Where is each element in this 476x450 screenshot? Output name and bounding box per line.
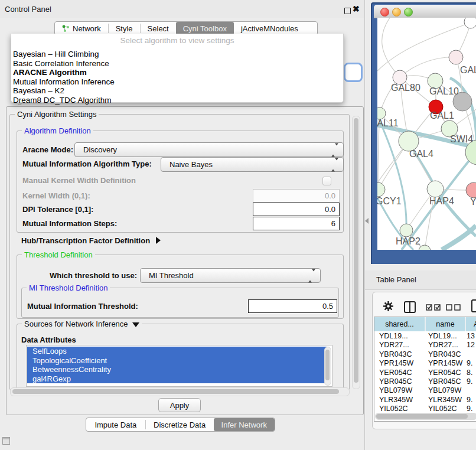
tab-impute-data[interactable]: Impute Data xyxy=(86,418,145,431)
node-hap4[interactable] xyxy=(427,181,444,197)
table-row[interactable]: YER054C YER054C 8. xyxy=(374,369,476,377)
partial-toolbar-icon[interactable] xyxy=(471,299,476,312)
table-horizontal-scrollbar[interactable] xyxy=(375,413,476,420)
window-zoom-icon[interactable] xyxy=(404,8,413,17)
algorithm-option[interactable]: Basic Correlation Inference xyxy=(11,59,344,69)
table-cell[interactable]: YLR345W xyxy=(379,396,425,405)
window-close-icon[interactable] xyxy=(380,8,389,17)
algorithm-option[interactable]: Dream8 DC_TDC Algorithm xyxy=(11,96,344,105)
table-cell[interactable]: 9. xyxy=(467,377,476,386)
table-row[interactable]: YBR045C YBR045C 9. xyxy=(374,377,476,386)
dpi-tolerance-field[interactable]: 0.0 xyxy=(253,203,340,216)
table-cell[interactable]: 9. xyxy=(467,396,476,405)
table-cell[interactable]: YDL19... xyxy=(379,332,425,341)
columns-icon[interactable] xyxy=(404,301,416,313)
table-cell[interactable]: YBR043C xyxy=(428,350,465,359)
table-cell[interactable]: YER054C xyxy=(379,369,425,377)
node-gcy1[interactable] xyxy=(377,182,385,197)
settings-vertical-scrollbar[interactable] xyxy=(352,116,360,389)
tab-select[interactable]: Select xyxy=(141,22,176,35)
manual-kernel-label: Manual Kernel Width Definition xyxy=(22,176,136,185)
node-hap2[interactable] xyxy=(400,224,413,237)
column-header-name[interactable]: name xyxy=(426,317,466,331)
table-cell[interactable]: YLR345W xyxy=(428,396,465,405)
node-gal11[interactable] xyxy=(377,107,386,119)
network-window-titlebar[interactable] xyxy=(374,5,476,18)
table-cell[interactable] xyxy=(467,350,476,359)
manual-kernel-checkbox[interactable] xyxy=(322,177,331,185)
mini-panel-icon[interactable] xyxy=(2,437,10,445)
list-item-selected[interactable]: SelfLoops xyxy=(27,347,328,356)
table-cell[interactable]: YDR27... xyxy=(379,341,425,350)
table-row[interactable]: YBL079W YBL079W xyxy=(374,386,476,395)
collapse-left-icon[interactable] xyxy=(365,218,369,224)
list-item-selected[interactable]: BetweennessCentrality xyxy=(27,365,328,374)
tab-style[interactable]: Style xyxy=(109,22,140,35)
table-cell[interactable]: YBR043C xyxy=(379,350,425,359)
tab-infer-network[interactable]: Infer Network xyxy=(214,418,275,431)
mi-steps-field[interactable]: 6 xyxy=(253,217,340,230)
column-header-shared[interactable]: shared... xyxy=(374,317,426,331)
tab-network[interactable]: Network xyxy=(55,22,108,35)
node-unlabeled[interactable] xyxy=(464,18,476,28)
list-scrollbar-thumb[interactable] xyxy=(325,350,330,380)
table-cell[interactable]: YBL079W xyxy=(379,386,425,395)
algorithm-option[interactable]: Bayesian – Hill Climbing xyxy=(11,50,344,59)
table-cell[interactable]: YPR145W xyxy=(428,359,465,368)
node-gal[interactable] xyxy=(449,50,463,64)
node-gal4[interactable] xyxy=(399,131,419,151)
table-horizontal-scrollbar-thumb[interactable] xyxy=(376,414,468,419)
algorithm-option[interactable]: Bayesian – K2 xyxy=(11,86,344,96)
table-cell[interactable]: YPR145W xyxy=(379,359,425,368)
table-cell[interactable]: YER054C xyxy=(428,369,465,377)
focused-combo-fragment[interactable] xyxy=(344,63,363,82)
table-row[interactable]: YDL19... YDL19... 13 xyxy=(374,332,476,341)
settings-horizontal-scrollbar[interactable] xyxy=(10,387,350,396)
node-label: HAP4 xyxy=(429,196,454,207)
panel-divider[interactable] xyxy=(364,0,365,450)
list-item-selected[interactable]: gal4RGexp xyxy=(27,374,328,384)
sources-group-toggle[interactable]: Sources for Network Inference xyxy=(22,319,142,328)
settings-vertical-scrollbar-thumb[interactable] xyxy=(354,118,358,383)
column-header-partial[interactable]: A xyxy=(466,317,476,331)
mi-type-combo[interactable]: Naive Bayes xyxy=(161,157,344,172)
table-cell[interactable]: 12 xyxy=(467,341,476,350)
list-scrollbar[interactable] xyxy=(324,347,331,386)
algorithm-option-highlighted[interactable]: ARACNE Algorithm xyxy=(11,68,344,77)
gear-icon[interactable] xyxy=(383,301,394,314)
float-window-icon[interactable] xyxy=(344,8,351,14)
algorithm-dropdown-placeholder: Select algorithm to view settings xyxy=(11,36,343,45)
table-cell[interactable]: 8. xyxy=(467,369,476,377)
which-threshold-combo[interactable]: MI Threshold xyxy=(140,268,321,283)
hub-definition-toggle[interactable]: Hub/Transcription Factor Definition xyxy=(21,236,161,246)
close-window-icon[interactable]: ✖ xyxy=(353,4,360,14)
window-minimize-icon[interactable] xyxy=(392,8,401,17)
node-salmon[interactable] xyxy=(466,182,476,198)
table-cell[interactable]: YDR27... xyxy=(428,341,465,350)
tab-jactivemnodules[interactable]: jActiveMNodules xyxy=(234,22,305,35)
algorithm-option[interactable]: Mutual Information Inference xyxy=(11,77,344,87)
table-cell[interactable] xyxy=(467,386,476,395)
table-cell[interactable]: YBR045C xyxy=(428,377,465,386)
table-cell[interactable]: 9. xyxy=(467,359,476,368)
apply-button[interactable]: Apply xyxy=(158,398,201,412)
table-row[interactable]: YDR27... YDR27... 12 xyxy=(374,341,476,350)
tab-cyni-toolbox[interactable]: Cyni Toolbox xyxy=(176,22,234,35)
kernel-width-field[interactable]: 0.0 xyxy=(253,189,340,203)
list-item-selected[interactable]: TopologicalCoefficient xyxy=(27,356,328,366)
table-row[interactable]: YLR345W YLR345W 9. xyxy=(374,396,476,405)
table-row[interactable]: YPR145W YPR145W 9. xyxy=(374,359,476,368)
tab-select-label: Select xyxy=(148,24,169,33)
select-all-columns-icon[interactable] xyxy=(426,304,441,312)
deselect-all-columns-icon[interactable] xyxy=(446,304,461,312)
table-row[interactable]: YBR043C YBR043C xyxy=(374,350,476,359)
tab-discretize-data[interactable]: Discretize Data xyxy=(146,418,214,431)
table-cell[interactable]: YBR045C xyxy=(379,377,425,386)
network-canvas[interactable]: GAL GAL80 GAL10 GAL1 GAL11 SWI4 GAL4 GCY… xyxy=(377,18,476,250)
table-cell[interactable]: 13 xyxy=(467,332,476,341)
table-cell[interactable]: YBL079W xyxy=(428,386,465,395)
mi-threshold-field[interactable]: 0.5 xyxy=(248,299,337,313)
settings-horizontal-scrollbar-thumb[interactable] xyxy=(12,389,339,394)
table-cell[interactable]: YDL19... xyxy=(428,332,465,341)
aracne-mode-combo[interactable]: Discovery xyxy=(74,142,344,157)
